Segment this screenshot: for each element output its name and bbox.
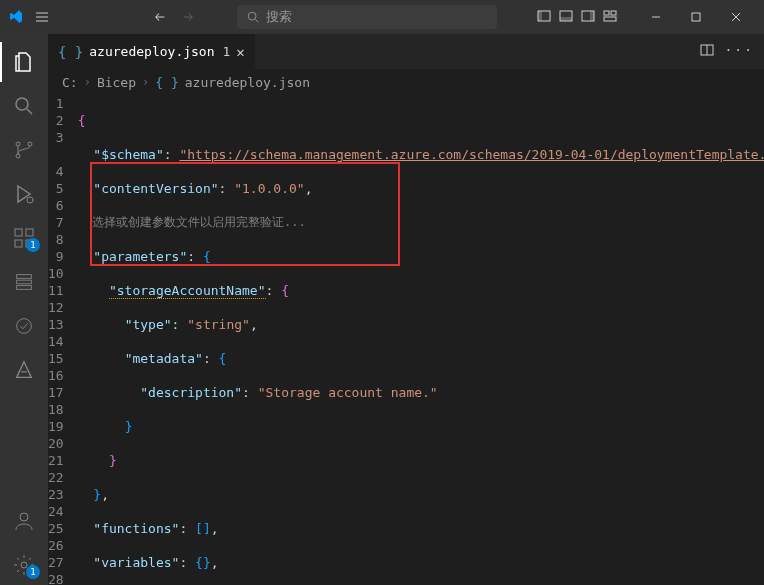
svg-point-11 [16, 98, 28, 110]
svg-point-0 [248, 12, 256, 20]
nav-forward-icon[interactable] [178, 7, 198, 27]
files-icon [12, 50, 36, 74]
svg-point-23 [17, 319, 32, 334]
tab-filename: azuredeploy.json [89, 44, 214, 59]
activity-source-control[interactable] [0, 130, 48, 170]
svg-rect-22 [17, 286, 32, 290]
svg-point-24 [20, 513, 28, 521]
activity-search[interactable] [0, 86, 48, 126]
svg-point-25 [21, 562, 27, 568]
svg-rect-10 [692, 13, 700, 21]
search-icon [246, 10, 260, 24]
activity-azure[interactable] [0, 350, 48, 390]
layout-panel-icon[interactable] [558, 8, 574, 27]
activity-explorer[interactable] [0, 42, 48, 82]
activity-test[interactable] [0, 306, 48, 346]
activity-run-debug[interactable] [0, 174, 48, 214]
breadcrumb[interactable]: C: › Bicep › { } azuredeploy.json [48, 69, 764, 95]
tab-dirty-indicator: 1 [223, 44, 231, 59]
breadcrumb-file: azuredeploy.json [185, 75, 310, 90]
activity-extensions[interactable]: 1 [0, 218, 48, 258]
search-icon [12, 94, 36, 118]
settings-badge: 1 [26, 565, 40, 579]
svg-rect-8 [611, 11, 616, 15]
svg-rect-20 [17, 275, 32, 279]
svg-rect-17 [15, 240, 22, 247]
split-editor-icon[interactable] [699, 42, 715, 61]
arm-icon [13, 271, 35, 293]
window-minimize-icon[interactable] [636, 2, 676, 32]
tab-close-icon[interactable]: ✕ [236, 44, 244, 60]
code-content[interactable]: { "$schema": "https://schema.management.… [78, 95, 764, 585]
nav-back-icon[interactable] [150, 7, 170, 27]
line-number-gutter: 1 2 3 4 5 6 7 8 9 10 11 12 13 14 15 16 1… [48, 95, 78, 585]
svg-rect-19 [26, 229, 33, 236]
activity-bar: 1 1 [0, 34, 48, 585]
vscode-icon [8, 9, 24, 25]
more-actions-icon[interactable]: ··· [725, 42, 754, 61]
window-maximize-icon[interactable] [676, 2, 716, 32]
code-editor[interactable]: 1 2 3 4 5 6 7 8 9 10 11 12 13 14 15 16 1… [48, 95, 764, 585]
chevron-right-icon: › [142, 75, 149, 89]
activity-accounts[interactable] [0, 501, 48, 541]
titlebar: 搜索 [0, 0, 764, 34]
svg-rect-6 [590, 11, 594, 21]
breadcrumb-root: C: [62, 75, 78, 90]
chevron-right-icon: › [84, 75, 91, 89]
beaker-check-icon [13, 315, 35, 337]
svg-point-15 [27, 197, 33, 203]
svg-rect-7 [604, 11, 609, 15]
svg-point-14 [28, 142, 32, 146]
svg-point-12 [16, 142, 20, 146]
svg-rect-9 [604, 17, 616, 21]
hamburger-menu-icon[interactable] [32, 7, 52, 27]
breadcrumb-folder: Bicep [97, 75, 136, 90]
svg-point-13 [16, 154, 20, 158]
branch-icon [12, 138, 36, 162]
azure-icon [13, 359, 35, 381]
debug-icon [12, 182, 36, 206]
json-file-icon: { } [58, 44, 83, 60]
account-icon [12, 509, 36, 533]
search-placeholder: 搜索 [266, 8, 292, 26]
customize-layout-icon[interactable] [602, 8, 618, 27]
editor-tabs: { } azuredeploy.json 1 ✕ ··· [48, 34, 764, 69]
json-file-icon: { } [155, 75, 178, 90]
tab-azuredeploy[interactable]: { } azuredeploy.json 1 ✕ [48, 34, 256, 69]
editor-area: { } azuredeploy.json 1 ✕ ··· C: › Bicep … [48, 34, 764, 585]
activity-settings[interactable]: 1 [0, 545, 48, 585]
svg-rect-16 [15, 229, 22, 236]
svg-rect-4 [560, 17, 572, 21]
extensions-badge: 1 [26, 238, 40, 252]
activity-arm[interactable] [0, 262, 48, 302]
svg-rect-21 [17, 280, 32, 284]
layout-sidebar-left-icon[interactable] [536, 8, 552, 27]
svg-rect-2 [538, 11, 542, 21]
layout-sidebar-right-icon[interactable] [580, 8, 596, 27]
command-center-search[interactable]: 搜索 [237, 5, 497, 29]
window-close-icon[interactable] [716, 2, 756, 32]
